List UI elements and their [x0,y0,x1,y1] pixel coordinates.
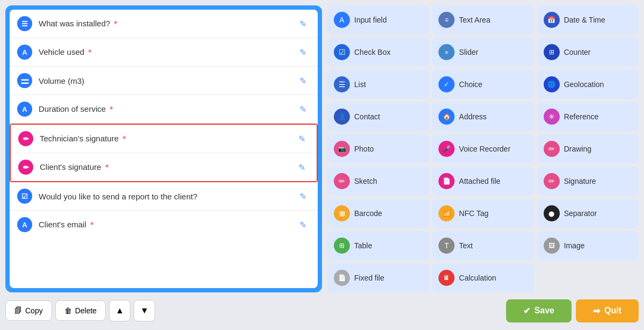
save-label: Save [535,306,554,315]
required-star-6: ＊ [103,162,111,171]
field-btn-fixed-file[interactable]: 📄 Fixed file [327,263,429,292]
item-icon-5: ✏ [18,131,33,146]
field-btn-image[interactable]: 🖼 Image [537,231,639,260]
item-icon-4: A [17,102,32,117]
field-btn-separator[interactable]: ⬤ Separator [537,199,639,228]
field-btn-check-box[interactable]: ☑ Check Box [327,38,429,67]
field-btn-address[interactable]: 🏠 Address [432,102,533,131]
bottom-bar: 🗐 Copy 🗑 Delete ▲ ▼ ✔ Save ➡ Quit [5,297,639,325]
sketch-icon: ✏ [334,173,350,189]
input-field-icon: A [334,12,350,28]
form-items-container: ☰ What was installed?＊ ✎ A Vehicle used＊… [10,10,318,288]
field-btn-drawing[interactable]: ✏ Drawing [537,134,639,163]
field-btn-geolocation[interactable]: 🌐 Geolocation [537,70,639,99]
nfc-tag-icon: 📶 [438,205,455,221]
photo-icon: 📷 [334,141,350,157]
field-label-address: Address [459,112,486,121]
item-icon-6: ✏ [18,160,33,175]
edit-button-3[interactable]: ✎ [295,73,310,88]
form-item-2[interactable]: A Vehicle used＊ ✎ [10,38,318,67]
field-btn-date-time[interactable]: 📅 Date & Time [537,5,639,34]
field-label-text-area: Text Area [459,16,490,24]
edit-button-4[interactable]: ✎ [295,102,310,117]
calculation-icon: 🖩 [438,270,455,286]
field-label-barcode: Barcode [354,209,382,218]
up-icon: ▲ [115,306,124,315]
field-btn-choice[interactable]: ✓ Choice [432,70,533,99]
copy-label: Copy [25,306,43,315]
field-btn-signature[interactable]: ✏ Signature [537,167,639,196]
field-label-reference: Reference [564,112,599,121]
field-label-slider: Slider [459,48,478,56]
edit-button-5[interactable]: ✎ [294,131,309,146]
item-icon-3: ⚌ [17,73,32,88]
edit-button-2[interactable]: ✎ [295,45,310,60]
field-btn-counter[interactable]: ⊞ Counter [537,38,639,67]
field-label-attached-file: Attached file [459,177,500,185]
slider-icon: ≡ [438,44,455,60]
field-label-signature: Signature [564,177,596,185]
item-label-5: Technician's signature＊ [40,134,288,144]
date-time-icon: 📅 [544,12,560,28]
item-icon-1: ☰ [17,16,32,31]
field-btn-contact[interactable]: 👤 Contact [327,102,429,131]
highlighted-group: ✏ Technician's signature＊ ✎ ✏ Client's s… [10,124,318,182]
edit-button-1[interactable]: ✎ [295,16,310,31]
form-item-4[interactable]: A Duration of service＊ ✎ [10,95,318,124]
form-item-1[interactable]: ☰ What was installed?＊ ✎ [10,10,318,38]
field-btn-table[interactable]: ⊞ Table [327,231,429,260]
field-btn-photo[interactable]: 📷 Photo [327,134,429,163]
delete-button[interactable]: 🗑 Delete [55,300,106,321]
field-btn-attached-file[interactable]: 📄 Attached file [432,167,533,196]
field-btn-text-area[interactable]: ≡ Text Area [432,5,533,34]
field-btn-slider[interactable]: ≡ Slider [432,38,533,67]
field-label-sketch: Sketch [354,177,377,185]
field-btn-calculation[interactable]: 🖩 Calculation [432,263,533,292]
attached-file-icon: 📄 [438,173,455,189]
field-btn-text[interactable]: T Text [432,231,533,260]
choice-icon: ✓ [438,76,455,92]
save-icon: ✔ [523,306,530,316]
field-btn-list[interactable]: ☰ List [327,70,429,99]
field-label-drawing: Drawing [564,145,591,153]
field-btn-sketch[interactable]: ✏ Sketch [327,167,429,196]
contact-icon: 👤 [334,109,350,125]
field-label-list: List [354,80,366,89]
field-label-calculation: Calculation [459,274,496,282]
quit-button[interactable]: ➡ Quit [576,299,639,322]
field-grid: A Input field ≡ Text Area 📅 Date & Time … [327,5,639,292]
delete-label: Delete [75,306,97,315]
text-icon: T [438,238,455,254]
form-item-7[interactable]: ☑ Would you like to send a report to the… [10,182,318,211]
field-label-fixed-file: Fixed file [354,274,384,282]
edit-button-7[interactable]: ✎ [295,189,310,204]
field-label-check-box: Check Box [354,48,391,56]
reference-icon: ✳ [544,109,560,125]
field-btn-voice-recorder[interactable]: 🎤 Voice Recorder [432,134,533,163]
item-label-4: Duration of service＊ [39,104,289,114]
move-down-button[interactable]: ▼ [134,300,155,321]
down-icon: ▼ [140,306,149,315]
delete-icon: 🗑 [64,306,72,315]
form-item-3[interactable]: ⚌ Volume (m3) ✎ [10,67,318,95]
barcode-icon: ▦ [334,205,350,221]
required-star-4: ＊ [107,104,115,113]
edit-button-6[interactable]: ✎ [294,160,309,175]
field-label-date-time: Date & Time [564,16,605,24]
field-btn-barcode[interactable]: ▦ Barcode [327,199,429,228]
form-item-6[interactable]: ✏ Client's signature＊ ✎ [11,153,317,181]
field-btn-nfc-tag[interactable]: 📶 NFC Tag [432,199,533,228]
field-btn-reference[interactable]: ✳ Reference [537,102,639,131]
edit-button-8[interactable]: ✎ [295,217,310,232]
field-btn-input-field[interactable]: A Input field [327,5,429,34]
form-item-8[interactable]: A Client's email＊ ✎ [10,211,318,239]
signature-icon: ✏ [544,173,560,189]
copy-button[interactable]: 🗐 Copy [5,300,52,321]
save-button[interactable]: ✔ Save [506,299,572,322]
move-up-button[interactable]: ▲ [109,300,130,321]
required-star-5: ＊ [120,134,128,143]
list-icon: ☰ [334,76,350,92]
field-label-image: Image [564,241,585,250]
form-item-5[interactable]: ✏ Technician's signature＊ ✎ [11,125,317,153]
copy-icon: 🗐 [14,306,22,315]
